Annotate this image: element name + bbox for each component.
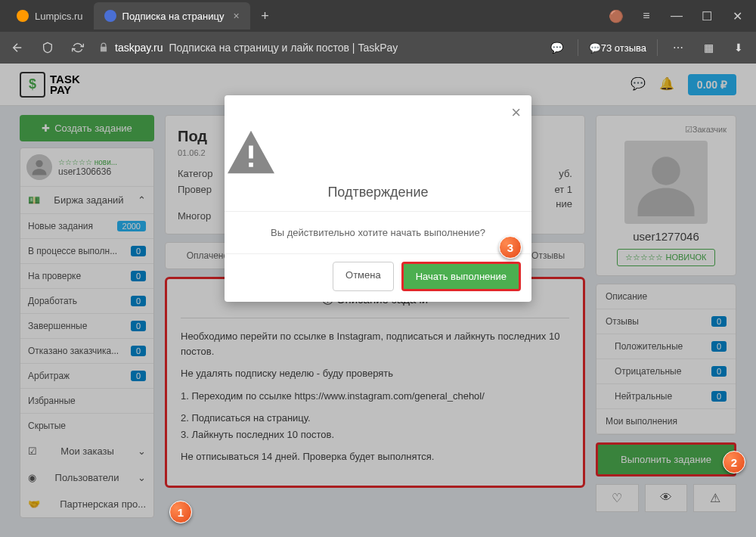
step-marker-2: 2 bbox=[723, 451, 745, 473]
maximize-icon[interactable]: ☐ bbox=[694, 5, 720, 26]
favicon-icon bbox=[17, 10, 29, 22]
step-marker-3: 3 bbox=[499, 236, 522, 259]
browser-titlebar: Lumpics.ru Подписка на страницу × + 🟤 ≡ … bbox=[0, 0, 756, 32]
browser-tab[interactable]: Lumpics.ru bbox=[6, 2, 94, 29]
modal-title: Подтверждение bbox=[225, 182, 531, 212]
cancel-button[interactable]: Отмена bbox=[333, 262, 394, 291]
close-icon[interactable]: × bbox=[233, 10, 239, 22]
reviews-link[interactable]: 💬73 отзыва bbox=[589, 42, 646, 54]
new-tab-button[interactable]: + bbox=[255, 5, 276, 26]
menu-dots-icon[interactable]: ⋯ bbox=[668, 38, 688, 57]
close-icon[interactable]: × bbox=[225, 95, 531, 126]
tab-label: Lumpics.ru bbox=[35, 11, 83, 22]
page-content: $ TASKPAY 💬 🔔 0.00 ₽ ✚ Создать задание ☆… bbox=[0, 64, 756, 537]
favicon-icon bbox=[104, 10, 116, 22]
tab-label: Подписка на страницу bbox=[122, 11, 225, 22]
warning-icon bbox=[225, 126, 531, 182]
ext-icon[interactable]: 🟤 bbox=[603, 5, 629, 26]
browser-tab-active[interactable]: Подписка на страницу × bbox=[94, 2, 250, 29]
confirm-button[interactable]: Начать выполнение bbox=[401, 262, 521, 291]
lock-icon bbox=[98, 42, 109, 53]
reload-icon[interactable] bbox=[68, 38, 88, 57]
modal-text: Вы действительно хотите начать выполнени… bbox=[225, 212, 531, 253]
download-icon[interactable]: ⬇ bbox=[729, 38, 748, 57]
minimize-icon[interactable]: — bbox=[664, 5, 689, 26]
confirm-modal: × Подтверждение Вы действительно хотите … bbox=[225, 95, 531, 302]
modal-overlay: × Подтверждение Вы действительно хотите … bbox=[0, 64, 756, 537]
menu-icon[interactable]: ≡ bbox=[634, 5, 659, 26]
url-host: taskpay.ru bbox=[115, 42, 163, 54]
back-icon[interactable] bbox=[8, 38, 27, 57]
url-field[interactable]: taskpay.ru Подписка на страницу и лайк п… bbox=[98, 42, 537, 54]
close-window-icon[interactable]: ✕ bbox=[724, 5, 750, 26]
url-title: Подписка на страницу и лайк постов | Tas… bbox=[169, 42, 398, 54]
translate-icon[interactable]: 💬 bbox=[547, 38, 567, 57]
shield-icon[interactable] bbox=[38, 38, 57, 57]
step-marker-1: 1 bbox=[169, 501, 192, 523]
extensions-icon[interactable]: ▦ bbox=[699, 38, 718, 57]
browser-addressbar: taskpay.ru Подписка на страницу и лайк п… bbox=[0, 32, 756, 64]
